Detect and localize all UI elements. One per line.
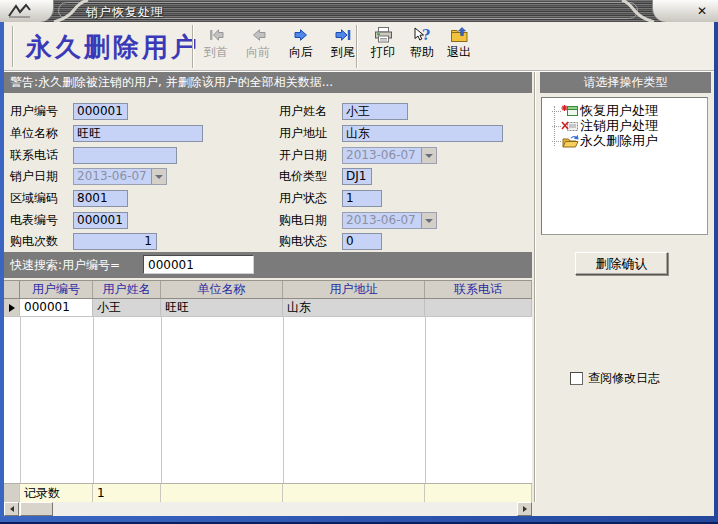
field-label: 购电状态 [279,233,327,250]
purchase-status-field[interactable]: 0 [342,233,382,250]
dropdown-arrow-icon[interactable] [151,169,166,184]
divider [12,26,14,67]
record-count-label: 记录数 [20,484,93,503]
user-grid: 用户编号 用户姓名 单位名称 用户地址 联系电话 000001 小王 旺旺 山东 [4,280,532,502]
field-label: 电价类型 [279,168,327,185]
titlebar-swoosh-right [620,0,656,22]
operation-type-header: 请选择操作类型 [540,72,711,93]
page-title: 永久删除用户 [26,30,200,65]
quick-search-bar: 快速搜索:用户编号= [4,252,532,278]
view-log-checkbox[interactable] [570,372,583,385]
field-label: 销户日期 [10,168,58,185]
exit-icon [439,26,479,43]
cancel-user-icon [561,119,580,133]
cell-unit-name[interactable]: 旺旺 [161,299,283,316]
close-date-combo[interactable]: 2013-06-07 [73,168,167,185]
unit-name-field[interactable]: 旺旺 [73,125,203,142]
grid-column-header[interactable]: 单位名称 [161,281,283,298]
price-type-field[interactable]: DJ1 [342,168,372,185]
restore-user-icon [561,104,580,118]
cell-user-address[interactable]: 山东 [283,299,425,316]
field-label: 区域编码 [10,190,58,207]
app-logo-icon [6,2,36,20]
grid-header-row: 用户编号 用户姓名 单位名称 用户地址 联系电话 [4,281,532,299]
divider [356,25,358,68]
field-label: 联系电话 [10,147,58,164]
table-row[interactable]: 000001 小王 旺旺 山东 [4,299,532,317]
help-icon: ? [402,26,442,43]
grid-selector-header [4,281,20,298]
view-log-checkbox-row: 查阅修改日志 [570,370,660,387]
grid-line [161,317,162,483]
user-status-field[interactable]: 1 [342,190,382,207]
field-label: 购电次数 [10,233,58,250]
scrollbar-thumb[interactable] [20,502,53,516]
horizontal-scrollbar[interactable] [4,502,532,516]
prev-record-button[interactable]: 向前 [238,26,278,68]
quick-search-input[interactable] [143,255,254,274]
print-icon [363,26,403,43]
scroll-right-icon[interactable] [517,502,532,516]
open-date-combo[interactable]: 2013-06-07 [342,147,437,164]
prev-record-icon [238,26,278,43]
quick-search-label: 快速搜索:用户编号= [10,252,120,278]
region-code-field[interactable]: 8001 [73,190,128,207]
grid-line [283,317,284,483]
warning-bar: 警告:永久删除被注销的用户, 并删除该用户的全部相关数据... [4,72,532,93]
user-address-field[interactable]: 山东 [342,125,503,142]
purchase-date-combo[interactable]: 2013-06-07 [342,212,437,229]
view-log-label: 查阅修改日志 [588,370,660,387]
grid-column-header[interactable]: 用户编号 [20,281,93,298]
field-label: 开户日期 [279,147,327,164]
titlebar-left-tab [0,0,54,22]
divider [192,25,194,68]
close-icon[interactable]: ✕ [692,3,712,19]
grid-line [425,317,426,483]
first-record-button[interactable]: 到首 [196,26,236,68]
grid-column-header[interactable]: 联系电话 [425,281,532,298]
phone-field[interactable] [73,147,177,164]
record-count-value: 1 [93,484,161,503]
titlebar-swoosh-left [50,0,90,22]
footer-selector-cell [4,484,20,503]
meter-id-field[interactable]: 000001 [73,212,128,229]
field-label: 购电日期 [279,212,327,229]
delete-confirm-button[interactable]: 删除确认 [575,252,668,275]
purchase-count-field[interactable]: 1 [73,233,157,250]
window-content: 永久删除用户 到首 向前 向后 [4,22,714,516]
user-id-field[interactable]: 000001 [73,103,128,120]
print-button[interactable]: 打印 [363,26,403,68]
toolbar: 永久删除用户 到首 向前 向后 [4,22,714,71]
next-record-button[interactable]: 向后 [281,26,321,68]
cell-user-name[interactable]: 小王 [93,299,161,316]
help-button[interactable]: ? 帮助 [402,26,442,68]
grid-footer-row: 记录数 1 [4,483,532,503]
delete-user-icon [561,134,580,149]
titlebar-right-tab: ✕ [652,0,718,22]
tree-item-delete-user[interactable]: 永久删除用户 [552,133,658,149]
field-label: 用户状态 [279,190,327,207]
title-bar: 销户恢复处理 ✕ [0,0,718,22]
dropdown-arrow-icon[interactable] [421,213,436,228]
main-panel-divider [534,72,536,502]
application-window: 销户恢复处理 ✕ 永久删除用户 到首 向前 [0,0,718,524]
cell-phone[interactable] [425,299,532,316]
exit-button[interactable]: 退出 [439,26,479,68]
scroll-left-icon[interactable] [4,502,19,516]
grid-column-header[interactable]: 用户姓名 [93,281,161,298]
cell-user-id[interactable]: 000001 [20,299,93,316]
operation-tree: 恢复用户处理 注销用户处理 永久删除用户 [541,97,708,235]
dropdown-arrow-icon[interactable] [421,148,436,163]
next-record-icon [281,26,321,43]
window-title: 销户恢复处理 [86,4,164,21]
first-record-icon [196,26,236,43]
user-name-field[interactable]: 小王 [342,103,408,120]
grid-column-header[interactable]: 用户地址 [283,281,425,298]
row-selector-icon [4,299,20,316]
field-label: 用户编号 [10,103,58,120]
grid-line [93,317,94,483]
grid-line [20,317,21,483]
field-label: 单位名称 [10,125,58,142]
field-label: 用户地址 [279,125,327,142]
field-label: 用户姓名 [279,103,327,120]
